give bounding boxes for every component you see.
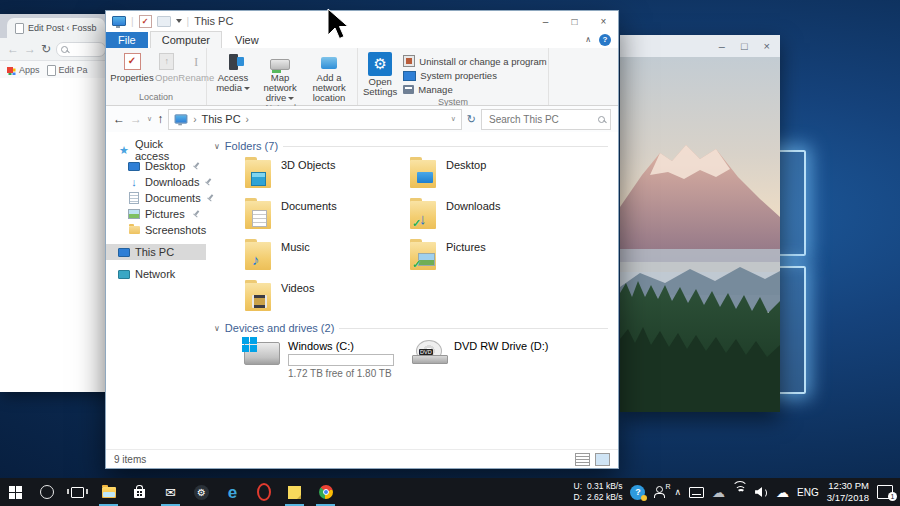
- film-overlay-icon: [252, 295, 267, 308]
- taskbar-chrome[interactable]: [310, 478, 341, 506]
- search-input[interactable]: [487, 113, 595, 126]
- thumbnail-view-icon[interactable]: [595, 453, 610, 466]
- qat-properties-icon[interactable]: ✓: [139, 15, 152, 28]
- add-network-location-button[interactable]: Add a network location: [306, 51, 352, 103]
- people-tray-icon[interactable]: R: [653, 486, 666, 498]
- taskbar-opera[interactable]: [248, 478, 279, 506]
- crumb-this-pc[interactable]: This PC: [201, 113, 240, 125]
- close-icon[interactable]: ×: [764, 40, 770, 52]
- folder-tile-desktop[interactable]: Desktop: [409, 154, 574, 195]
- open-button[interactable]: ↑ Open: [155, 51, 178, 83]
- sidebar-item-screenshots[interactable]: Screenshots: [106, 222, 206, 238]
- sidebar-item-quick-access[interactable]: ★ Quick access: [106, 142, 206, 158]
- recent-locations-icon[interactable]: ∨: [147, 115, 152, 123]
- bookmark-edit-post[interactable]: Edit Pa: [47, 65, 88, 76]
- map-network-drive-button[interactable]: Map network drive: [256, 51, 304, 103]
- search-box[interactable]: [481, 109, 611, 130]
- tab-view[interactable]: View: [224, 32, 270, 48]
- help-icon[interactable]: ?: [599, 34, 611, 46]
- taskbar-file-explorer[interactable]: [93, 478, 124, 506]
- sidebar-item-downloads[interactable]: ↓ Downloads: [106, 174, 206, 190]
- collapse-icon[interactable]: ∨: [214, 142, 220, 151]
- browser-tab[interactable]: Edit Post ‹ Fossb: [7, 18, 105, 38]
- manage-button[interactable]: Manage: [403, 84, 546, 95]
- minimize-ribbon-icon[interactable]: ∧: [585, 35, 591, 44]
- section-header-folders[interactable]: ∨ Folders (7): [214, 140, 608, 152]
- browser-back-icon[interactable]: ←: [7, 43, 19, 55]
- system-properties-button[interactable]: System properties: [403, 70, 546, 81]
- button-label: Open: [155, 73, 178, 83]
- cortana-button[interactable]: [31, 478, 62, 506]
- hidden-icons-chevron[interactable]: ∧: [674, 488, 681, 497]
- details-view-icon[interactable]: [575, 453, 590, 466]
- clock[interactable]: 12:30 PM 3/17/2018: [827, 480, 869, 505]
- breadcrumb[interactable]: › This PC › ∨: [168, 109, 462, 130]
- onedrive-icon[interactable]: ☁: [712, 486, 725, 499]
- sidebar-item-pictures[interactable]: Pictures: [106, 206, 206, 222]
- notification-badge: 1: [888, 492, 897, 501]
- button-label: Manage: [418, 84, 452, 95]
- browser-forward-icon[interactable]: →: [24, 43, 36, 55]
- sidebar-item-documents[interactable]: Documents: [106, 190, 206, 206]
- address-dropdown-icon[interactable]: ∨: [451, 115, 456, 123]
- close-icon[interactable]: ×: [589, 11, 618, 31]
- folder-tile-music[interactable]: ♪ Music: [244, 236, 409, 277]
- collapse-icon[interactable]: ∨: [214, 324, 220, 333]
- browser-refresh-icon[interactable]: ↻: [41, 43, 51, 55]
- access-media-button[interactable]: Access media: [212, 51, 254, 93]
- sync-check-icon: ✓: [412, 218, 421, 229]
- maximize-icon[interactable]: □: [741, 40, 748, 52]
- tab-computer[interactable]: Computer: [150, 31, 222, 48]
- back-icon[interactable]: ←: [113, 113, 125, 125]
- open-settings-button[interactable]: ⚙ Open Settings: [363, 51, 397, 97]
- action-center-button[interactable]: 1: [877, 485, 893, 499]
- search-icon: [61, 46, 68, 53]
- folder-tile-pictures[interactable]: ✓ Pictures: [409, 236, 574, 277]
- up-icon[interactable]: ↑: [157, 113, 163, 125]
- folder-tile-downloads[interactable]: ↓ ✓ Downloads: [409, 195, 574, 236]
- sync-check-icon: ✓: [412, 259, 421, 270]
- touch-keyboard-icon[interactable]: [689, 487, 704, 498]
- section-header-devices[interactable]: ∨ Devices and drives (2): [214, 322, 608, 334]
- refresh-icon[interactable]: ↻: [467, 113, 476, 126]
- taskbar-edge[interactable]: e: [217, 478, 248, 506]
- sidebar-item-this-pc[interactable]: This PC: [106, 244, 206, 260]
- task-view-button[interactable]: [62, 478, 93, 506]
- forward-icon[interactable]: →: [130, 113, 142, 125]
- wifi-icon[interactable]: [733, 487, 747, 497]
- browser-address-bar[interactable]: [56, 42, 106, 57]
- uninstall-program-button[interactable]: Uninstall or change a program: [403, 55, 546, 67]
- help-tray-icon[interactable]: ?: [630, 485, 645, 500]
- window-title: This PC: [194, 15, 233, 27]
- taskbar-sticky-notes[interactable]: [279, 478, 310, 506]
- taskbar-mail[interactable]: ✉: [155, 478, 186, 506]
- button-label: Properties: [110, 73, 153, 83]
- taskbar-store[interactable]: [124, 478, 155, 506]
- qat-new-folder-icon[interactable]: [157, 16, 171, 27]
- folder-tile-documents[interactable]: Documents: [244, 195, 409, 236]
- volume-icon[interactable]: [755, 487, 768, 497]
- minimize-icon[interactable]: –: [719, 40, 725, 52]
- maximize-icon[interactable]: □: [560, 11, 589, 31]
- drive-tray: [412, 355, 448, 364]
- start-button[interactable]: [0, 478, 31, 506]
- folder-icon: ✓: [409, 238, 437, 270]
- upload-speed: 0.31 kB/s: [587, 481, 622, 492]
- language-indicator[interactable]: ENG: [797, 487, 819, 498]
- drive-tile-dvd-d[interactable]: DVD DVD RW Drive (D:): [412, 336, 580, 379]
- sidebar-item-network[interactable]: Network: [106, 266, 206, 282]
- date: 3/17/2018: [827, 492, 869, 504]
- bookmark-apps[interactable]: Apps: [7, 65, 40, 75]
- folder-tile-3d-objects[interactable]: 3D Objects: [244, 154, 409, 195]
- minimize-icon[interactable]: –: [531, 11, 560, 31]
- tab-file[interactable]: File: [106, 32, 148, 48]
- folder-tile-videos[interactable]: Videos: [244, 277, 409, 318]
- taskbar-gear-app[interactable]: ⚙: [186, 478, 217, 506]
- qat-customize-icon[interactable]: [176, 19, 182, 23]
- drive-tile-windows-c[interactable]: Windows (C:) 1.72 TB free of 1.80 TB: [244, 336, 412, 379]
- properties-button[interactable]: ✓ Properties: [111, 51, 153, 83]
- cloud-app-icon[interactable]: ☁: [776, 486, 789, 499]
- ribbon-group-location: ✓ Properties ↑ Open I Rename Location: [106, 48, 207, 105]
- network-speed-indicator[interactable]: U: 0.31 kB/s D: 2.62 kB/s: [574, 481, 623, 503]
- system-tray: U: 0.31 kB/s D: 2.62 kB/s ? R ∧ ☁ ☁ ENG …: [574, 478, 900, 506]
